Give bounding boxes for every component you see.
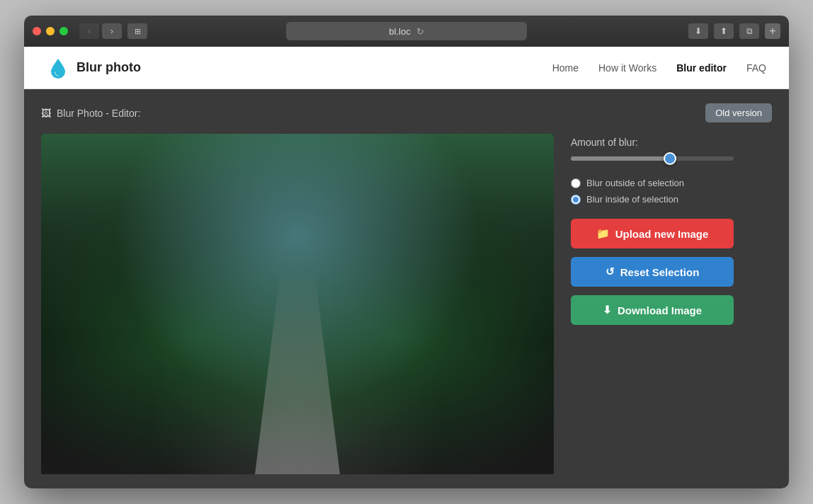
logo-text: Blur photo — [76, 60, 141, 75]
blur-controls: Amount of blur: — [571, 137, 734, 166]
blur-label: Amount of blur: — [571, 137, 734, 148]
blur-slider[interactable] — [571, 156, 734, 161]
action-buttons: 📁 Upload new Image ↺ Reset Selection ⬇ D… — [571, 219, 734, 325]
nav-how-it-works[interactable]: How it Works — [598, 62, 656, 74]
upload-label: Upload new Image — [615, 228, 709, 240]
site-nav: Home How it Works Blur editor FAQ — [552, 62, 766, 74]
reset-icon: ↺ — [606, 265, 615, 278]
traffic-lights — [33, 27, 68, 35]
editor-title: 🖼 Blur Photo - Editor: — [41, 108, 140, 119]
download-label: Download Image — [618, 304, 702, 316]
radio-inside[interactable] — [571, 195, 581, 205]
image-canvas — [41, 134, 554, 474]
tab-switcher[interactable]: ⊞ — [127, 23, 147, 39]
nav-arrows: ‹ › — [79, 23, 122, 39]
share-icon[interactable]: ⬆ — [714, 23, 734, 39]
address-bar[interactable]: bl.loc ↻ — [286, 22, 527, 40]
radio-inside-text: Blur inside of selection — [586, 194, 678, 205]
nav-faq[interactable]: FAQ — [746, 62, 766, 74]
editor-icon: 🖼 — [41, 108, 51, 119]
tabs-icon[interactable]: ⧉ — [739, 23, 759, 39]
download-icon[interactable]: ⬇ — [688, 23, 708, 39]
editor-title-text: Blur Photo - Editor: — [57, 108, 140, 119]
logo-icon — [47, 57, 69, 79]
reset-button[interactable]: ↺ Reset Selection — [571, 257, 734, 287]
minimize-button[interactable] — [46, 27, 55, 35]
close-button[interactable] — [33, 27, 41, 35]
toolbar-right: ⬇ ⬆ ⧉ + — [688, 23, 780, 39]
site-header: Blur photo Home How it Works Blur editor… — [24, 47, 789, 89]
reload-button[interactable]: ↻ — [416, 26, 424, 37]
upload-button[interactable]: 📁 Upload new Image — [571, 219, 734, 248]
new-tab-button[interactable]: + — [765, 23, 780, 39]
slider-container — [571, 151, 734, 164]
upload-icon: 📁 — [596, 227, 610, 240]
radio-inside-label[interactable]: Blur inside of selection — [571, 194, 734, 205]
url-text: bl.loc — [389, 26, 410, 37]
back-button[interactable]: ‹ — [79, 23, 99, 39]
reset-label: Reset Selection — [620, 266, 700, 278]
radio-outside[interactable] — [571, 178, 581, 188]
editor-body: Amount of blur: Blur outside of selectio… — [41, 134, 772, 474]
old-version-button[interactable]: Old version — [705, 103, 772, 122]
radio-outside-label[interactable]: Blur outside of selection — [571, 178, 734, 188]
radio-outside-text: Blur outside of selection — [586, 178, 684, 188]
right-panel: Amount of blur: Blur outside of selectio… — [571, 134, 734, 474]
main-content: 🖼 Blur Photo - Editor: Old version Amoun… — [24, 89, 789, 488]
forward-button[interactable]: › — [102, 23, 122, 39]
download-icon: ⬇ — [603, 304, 612, 316]
mac-window: ‹ › ⊞ bl.loc ↻ ⬇ ⬆ ⧉ + Blur photo Home H… — [24, 16, 789, 488]
title-bar: ‹ › ⊞ bl.loc ↻ ⬇ ⬆ ⧉ + — [24, 16, 789, 47]
canvas-area[interactable] — [41, 134, 554, 474]
maximize-button[interactable] — [59, 27, 68, 35]
logo-area: Blur photo — [47, 57, 141, 79]
editor-header: 🖼 Blur Photo - Editor: Old version — [41, 103, 772, 122]
download-button[interactable]: ⬇ Download Image — [571, 295, 734, 325]
nav-home[interactable]: Home — [552, 62, 579, 74]
blur-mode-group: Blur outside of selection Blur inside of… — [571, 178, 734, 205]
nav-blur-editor[interactable]: Blur editor — [676, 62, 727, 74]
